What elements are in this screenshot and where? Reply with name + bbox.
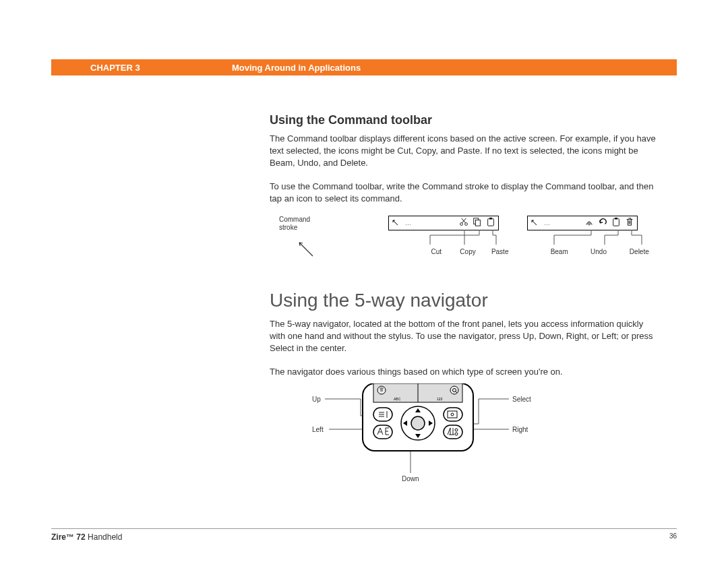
- callout-lines-left: [388, 230, 499, 250]
- section1-p2: To use the Command toolbar, write the Co…: [270, 181, 661, 205]
- svg-rect-21: [373, 425, 392, 439]
- command-toolbar-no-selection: …: [527, 216, 638, 230]
- cursor-icon: [528, 219, 541, 227]
- ellipsis-icon: …: [541, 220, 584, 226]
- section1-heading: Using the Command toolbar: [270, 113, 661, 127]
- paste-icon: [611, 217, 621, 229]
- delete-icon: [625, 217, 634, 229]
- cursor-icon: [389, 219, 402, 227]
- paste-label: Paste: [484, 248, 516, 255]
- paste-icon: [486, 217, 495, 229]
- svg-point-0: [460, 223, 463, 226]
- cut-icon: [459, 217, 468, 229]
- section2-heading: Using the 5-way navigator: [270, 290, 661, 311]
- svg-point-12: [377, 386, 386, 394]
- section2-p1: The 5-way navigator, located at the bott…: [270, 318, 661, 355]
- section2-p2: The navigator does various things based …: [270, 366, 661, 378]
- svg-rect-5: [489, 218, 492, 220]
- beam-label: Beam: [543, 248, 576, 255]
- undo-icon: [598, 217, 607, 229]
- toolbar-figure: Command stroke …: [270, 216, 661, 270]
- beam-icon: [584, 217, 594, 229]
- svg-rect-4: [488, 219, 494, 226]
- navigator-figure: Up Left Select Right Down ABC 123: [270, 389, 661, 497]
- svg-text:123: 123: [437, 397, 443, 401]
- svg-point-1: [465, 223, 468, 226]
- command-stroke-icon: [297, 240, 317, 260]
- page-number: 36: [669, 532, 677, 542]
- copy-label: Copy: [452, 248, 485, 255]
- command-toolbar-text-selected: …: [388, 216, 499, 230]
- section1-p1: The Command toolbar displays different i…: [270, 133, 661, 170]
- command-stroke-label: Command stroke: [279, 216, 320, 232]
- undo-label: Undo: [576, 248, 621, 255]
- svg-rect-3: [475, 220, 480, 226]
- chapter-label: CHAPTER 3: [90, 63, 225, 73]
- header-bar: CHAPTER 3 Moving Around in Applications: [51, 59, 677, 75]
- svg-point-6: [588, 224, 590, 225]
- svg-point-13: [450, 386, 458, 394]
- product-name: Zire™ 72 Handheld: [51, 532, 122, 542]
- svg-rect-7: [613, 219, 619, 226]
- svg-point-26: [411, 416, 425, 430]
- chapter-title: Moving Around in Applications: [232, 63, 361, 73]
- cut-label: Cut: [421, 248, 452, 255]
- footer: Zire™ 72 Handheld 36: [51, 528, 677, 542]
- svg-text:ABC: ABC: [394, 397, 401, 401]
- svg-rect-8: [615, 218, 617, 220]
- ellipsis-icon: …: [402, 220, 459, 226]
- copy-icon: [473, 217, 482, 229]
- callout-lines-right: [527, 230, 648, 250]
- device-illustration: ABC 123: [351, 383, 485, 464]
- svg-rect-18: [444, 408, 462, 421]
- delete-label: Delete: [621, 248, 657, 255]
